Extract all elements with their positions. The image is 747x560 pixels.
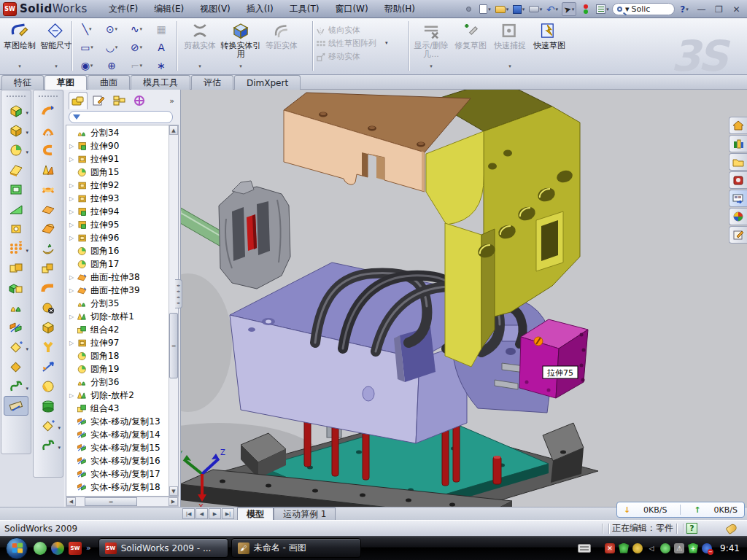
cm-right-button-3[interactable]: 快速捕捉▾ xyxy=(490,18,530,71)
tree-item[interactable]: 实体-移动/复制14 xyxy=(66,428,169,441)
view-palette-icon[interactable] xyxy=(729,190,747,207)
cm-stack-button-2[interactable]: 线性草图阵列▾ xyxy=(315,37,388,49)
tree-item[interactable]: 分割35 xyxy=(66,297,169,310)
tab-草图[interactable]: 草图 xyxy=(44,75,87,90)
expand-arrow-icon[interactable]: ▷ xyxy=(66,156,77,163)
scroll-thumb[interactable]: ≡ xyxy=(169,313,178,378)
tree-item[interactable]: ▷拉伸93 xyxy=(66,192,169,205)
col2-tool-9-icon[interactable] xyxy=(36,258,61,278)
taskbar-button-2[interactable]: 🖌未命名 - 画图 xyxy=(231,538,361,558)
cm-mid-button-3[interactable]: 等距实体 xyxy=(261,18,302,71)
select-button[interactable]: ➤▾ xyxy=(562,2,576,16)
pin-icon[interactable] xyxy=(461,2,476,16)
tree-item[interactable]: 分割36 xyxy=(66,376,169,389)
graphics-viewport[interactable]: Y Z X 拉伸75 xyxy=(181,90,747,507)
menu-2[interactable]: 编辑(E) xyxy=(146,1,192,18)
col1-tool-7-icon[interactable] xyxy=(4,219,28,238)
expand-arrow-icon[interactable]: ▷ xyxy=(66,287,77,294)
tree-item[interactable]: ▷曲面-拉伸38 xyxy=(66,271,169,284)
sketch-tool-8[interactable]: A xyxy=(149,38,174,56)
tree-item[interactable]: 实体-移动/复制17 xyxy=(66,467,169,481)
col2-tool-15-icon[interactable] xyxy=(36,376,61,396)
study-nav-1[interactable]: |◀ xyxy=(182,508,195,519)
scroll-left-icon[interactable]: ◀ xyxy=(66,497,76,506)
tray-volume-icon[interactable]: ◁ xyxy=(646,543,657,553)
search-input[interactable]: ▾Solic xyxy=(612,3,675,15)
tree-item[interactable]: 圆角19 xyxy=(66,362,169,376)
tray-network-warning-icon[interactable]: ⚠ xyxy=(674,543,684,553)
sketch-tool-2[interactable]: ⊙▾ xyxy=(99,20,124,38)
tree-item[interactable]: ▷切除-放样2 xyxy=(66,389,169,402)
sketch-tool-12[interactable]: ∗ xyxy=(149,56,174,74)
quick-tips-icon[interactable]: ? xyxy=(686,523,697,534)
col2-tool-16-icon[interactable] xyxy=(36,396,61,416)
tree-item[interactable]: ▷拉伸94 xyxy=(66,205,169,218)
help-button[interactable]: ?▾ xyxy=(677,2,692,16)
col1-tool-3-icon[interactable]: ▾ xyxy=(4,140,28,160)
start-button[interactable] xyxy=(6,537,28,559)
media-icon[interactable] xyxy=(51,542,64,555)
menu-6[interactable]: 窗口(W) xyxy=(327,1,376,18)
cm-button-2[interactable]: 智能尺寸▾ xyxy=(39,18,73,71)
close-app-icon[interactable]: ✕ xyxy=(729,3,744,15)
scroll-right-icon[interactable]: ▶ xyxy=(169,497,178,506)
col1-tool-15-icon[interactable]: ▾ xyxy=(4,376,28,396)
hscroll-thumb[interactable]: ≡ xyxy=(85,497,137,506)
tab-曲面[interactable]: 曲面 xyxy=(88,75,130,90)
col2-tool-3-icon[interactable] xyxy=(36,140,61,160)
sketch-tool-11[interactable]: ⌐▾ xyxy=(124,56,149,74)
sketch-tool-7[interactable]: ⊘▾ xyxy=(124,38,149,56)
expand-arrow-icon[interactable]: ▷ xyxy=(66,222,77,228)
tree-item[interactable]: ▷拉伸95 xyxy=(66,218,169,231)
3d-model-exploded-view[interactable]: Y Z X 拉伸75 xyxy=(181,90,747,507)
keyboard-tray-icon[interactable] xyxy=(578,544,591,553)
print-button[interactable]: ▾ xyxy=(528,2,543,16)
cm-mid-button-1[interactable]: 剪裁实体▾ xyxy=(179,18,220,71)
study-nav-2[interactable]: ◀ xyxy=(196,508,208,519)
col2-tool-13-icon[interactable] xyxy=(36,337,61,357)
tree-vertical-scrollbar[interactable]: ▲ ≡ ▼ xyxy=(169,125,178,496)
tree-item[interactable]: 实体-移动/复制16 xyxy=(66,454,169,467)
col1-tool-1-icon[interactable]: ▾ xyxy=(4,101,28,120)
sketch-tool-9[interactable]: ◉▾ xyxy=(74,56,99,74)
col2-tool-18-icon[interactable]: ▾ xyxy=(36,435,61,455)
tree-horizontal-scrollbar[interactable]: ◀ ≡ ▶ xyxy=(66,497,179,507)
tab-motion-study[interactable]: 运动算例 1 xyxy=(274,508,336,520)
col1-tool-9-icon[interactable] xyxy=(4,258,28,278)
col1-tool-8-icon[interactable]: ▾ xyxy=(4,238,28,258)
part-slide-block-gray[interactable] xyxy=(181,181,290,289)
col1-tool-12-icon[interactable] xyxy=(4,317,28,337)
tree-item[interactable]: ▷切除-放样1 xyxy=(66,310,169,323)
tree-filter-input[interactable] xyxy=(69,111,173,123)
col1-tool-5-icon[interactable] xyxy=(4,179,28,199)
tree-item[interactable]: ▷曲面-拉伸39 xyxy=(66,284,169,297)
expand-arrow-icon[interactable]: ▷ xyxy=(66,314,77,320)
cm-right-button-4[interactable]: 快速草图 xyxy=(530,18,569,71)
tray-security-icon[interactable]: + xyxy=(688,543,698,553)
solidworks-resources-icon[interactable] xyxy=(729,171,747,189)
tab-模具工具[interactable]: 模具工具 xyxy=(131,75,190,90)
sketch-tool-3[interactable]: ∿▾ xyxy=(124,20,149,38)
expand-arrow-icon[interactable]: ▷ xyxy=(66,392,77,399)
tab-dimxpert-manager[interactable] xyxy=(130,92,149,109)
col2-tool-12-icon[interactable] xyxy=(36,317,61,337)
col1-tool-4-icon[interactable] xyxy=(4,160,28,179)
tab-特征[interactable]: 特征 xyxy=(1,75,44,90)
menu-3[interactable]: 视图(V) xyxy=(192,1,239,18)
tree-item[interactable]: 圆角18 xyxy=(66,349,169,362)
expand-arrow-icon[interactable]: ▷ xyxy=(66,340,77,346)
col2-tool-11-icon[interactable] xyxy=(36,298,61,317)
col2-tool-7-icon[interactable] xyxy=(36,219,61,238)
rebuild-button[interactable] xyxy=(578,2,593,16)
messenger-icon[interactable] xyxy=(34,542,47,555)
study-nav-3[interactable]: ▶ xyxy=(209,508,221,519)
tray-sync-blocked-icon[interactable]: − xyxy=(702,543,712,553)
menu-4[interactable]: 插入(I) xyxy=(239,1,282,18)
home-icon[interactable] xyxy=(729,117,747,134)
sketch-tool-4[interactable]: ▦ xyxy=(149,20,174,38)
col1-tool-11-icon[interactable] xyxy=(4,298,28,317)
tray-sync-icon[interactable] xyxy=(660,543,670,553)
col2-tool-17-icon[interactable]: ▾ xyxy=(36,416,61,435)
solidworks-launch-icon[interactable]: SW xyxy=(69,542,82,555)
col1-tool-6-icon[interactable] xyxy=(4,199,28,219)
